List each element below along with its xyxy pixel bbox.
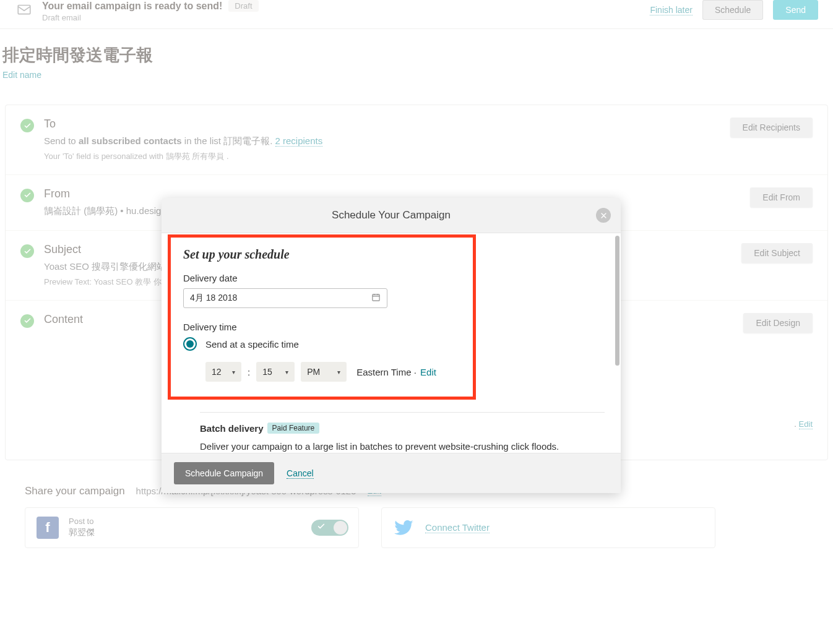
minute-select[interactable]: 15 ▾ xyxy=(256,362,295,382)
delivery-time-label: Delivery time xyxy=(183,322,460,332)
ampm-select[interactable]: PM ▾ xyxy=(301,362,347,382)
batch-title-row: Batch delivery Paid Feature xyxy=(200,423,605,434)
schedule-campaign-button[interactable]: Schedule Campaign xyxy=(174,462,274,484)
svg-rect-1 xyxy=(373,294,379,301)
date-value: 4月 18 2018 xyxy=(190,293,237,304)
cancel-link[interactable]: Cancel xyxy=(287,468,314,479)
chevron-down-icon: ▾ xyxy=(232,369,235,376)
radio-dot xyxy=(186,340,194,348)
ampm-value: PM xyxy=(307,367,320,377)
modal-title: Schedule Your Campaign xyxy=(332,209,451,221)
delivery-date-label: Delivery date xyxy=(183,273,460,283)
timezone-edit-link[interactable]: Edit xyxy=(420,367,436,377)
specific-time-label: Send at a specific time xyxy=(205,339,299,350)
chevron-down-icon: ▾ xyxy=(285,369,288,376)
time-colon: : xyxy=(248,367,250,377)
hour-select[interactable]: 12 ▾ xyxy=(205,362,241,382)
modal-header: Schedule Your Campaign xyxy=(162,198,621,233)
timezone-text: Eastern Time · Edit xyxy=(356,367,436,377)
tz-sep: · xyxy=(412,367,420,377)
scrollbar[interactable] xyxy=(615,236,619,366)
time-row: 12 ▾ : 15 ▾ PM ▾ Eastern Time · Edit xyxy=(205,362,460,382)
batch-delivery-title: Batch delivery xyxy=(200,423,264,434)
close-icon[interactable] xyxy=(596,208,611,223)
tz-name: Eastern Time xyxy=(356,367,411,377)
radio-icon xyxy=(183,337,197,351)
hour-value: 12 xyxy=(212,367,222,377)
modal-footer: Schedule Campaign Cancel xyxy=(162,453,621,493)
paid-feature-badge: Paid Feature xyxy=(267,423,320,434)
calendar-icon xyxy=(371,293,381,304)
chevron-down-icon: ▾ xyxy=(337,369,340,376)
delivery-date-input[interactable]: 4月 18 2018 xyxy=(183,288,387,308)
highlight-box: Set up your schedule Delivery date 4月 18… xyxy=(168,234,476,400)
modal-body: Set up your schedule Delivery date 4月 18… xyxy=(162,233,621,453)
setup-title: Set up your schedule xyxy=(183,247,460,262)
specific-time-radio-row[interactable]: Send at a specific time xyxy=(183,337,460,351)
divider xyxy=(200,412,605,413)
highlight-inner: Set up your schedule Delivery date 4月 18… xyxy=(177,247,460,382)
minute-value: 15 xyxy=(262,367,272,377)
batch-description: Deliver your campaign to a large list in… xyxy=(200,440,605,453)
schedule-modal: Schedule Your Campaign Set up your sched… xyxy=(162,198,621,493)
